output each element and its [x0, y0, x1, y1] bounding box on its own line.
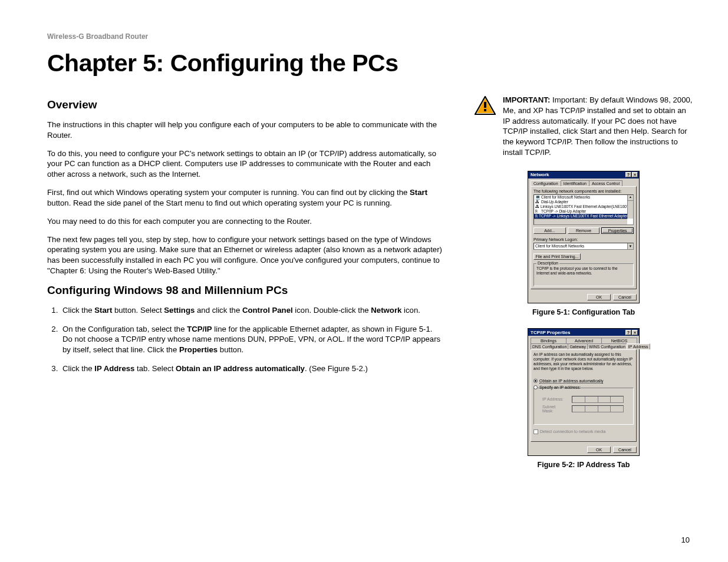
subnet-mask-input	[572, 405, 624, 412]
dialog-titlebar: Network ? ×	[528, 171, 639, 178]
tab-advanced[interactable]: Advanced	[566, 338, 602, 343]
side-column: IMPORTANT: Important: By default Windows…	[475, 95, 693, 481]
components-label: The following network components are ins…	[533, 189, 634, 193]
checkbox-icon	[533, 429, 538, 434]
help-icon[interactable]: ?	[625, 172, 631, 177]
overview-heading: Overview	[47, 98, 442, 111]
step-1: Click the Start button. Select Settings …	[60, 305, 442, 316]
important-lead: IMPORTANT:	[503, 95, 550, 104]
tcpip-dialog: TCP/IP Properties ? × Bindings Advanced …	[528, 328, 640, 455]
warning-icon	[475, 96, 496, 115]
radio-obtain-auto[interactable]: Obtain an IP address automatically	[533, 379, 634, 384]
steps-list: Click the Start button. Select Settings …	[47, 305, 442, 374]
protocol-icon: ⎘	[535, 214, 538, 219]
step-2: On the Configuration tab, select the TCP…	[60, 324, 442, 355]
important-note: IMPORTANT: Important: By default Windows…	[475, 95, 693, 158]
chevron-down-icon[interactable]: ▼	[627, 243, 633, 249]
ok-button[interactable]: OK	[587, 294, 611, 300]
main-column: Overview The instructions in this chapte…	[47, 95, 442, 481]
adapter-icon: 🖧	[535, 204, 539, 209]
network-dialog: Network ? × Configuration Identification…	[528, 171, 640, 304]
detect-connection-checkbox[interactable]: Detect connection to network media	[533, 429, 634, 434]
adapter-icon: 🖧	[535, 200, 540, 204]
close-icon[interactable]: ×	[632, 172, 638, 177]
figure-5-2: TCP/IP Properties ? × Bindings Advanced …	[475, 328, 693, 468]
figure-5-1: Network ? × Configuration Identification…	[475, 171, 693, 317]
chapter-title: Chapter 5: Configuring the PCs	[47, 49, 693, 77]
logon-label: Primary Network Logon:	[533, 237, 634, 242]
tab-gateway[interactable]: Gateway	[568, 343, 588, 349]
description-label: Description	[536, 261, 559, 265]
close-icon[interactable]: ×	[632, 330, 638, 335]
components-listbox[interactable]: 💻Client for Microsoft Networks 🖧Dial-Up …	[533, 194, 634, 225]
tab-ip-address[interactable]: IP Address	[627, 343, 650, 349]
tab-bindings[interactable]: Bindings	[531, 338, 566, 343]
overview-p1: The instructions in this chapter will he…	[47, 120, 442, 141]
overview-p2: To do this, you need to configure your P…	[47, 148, 442, 180]
svg-rect-3	[484, 109, 486, 111]
radio-on-icon	[533, 379, 538, 383]
tab-netbios[interactable]: NetBIOS	[601, 338, 637, 343]
tab-identification[interactable]: Identification	[561, 180, 589, 186]
config-9x-heading: Configuring Windows 98 and Millennium PC…	[47, 284, 442, 297]
figure-5-1-caption: Figure 5-1: Configuration Tab	[475, 308, 693, 316]
remove-button[interactable]: Remove	[568, 227, 600, 234]
important-body: Important: By default Windows 98, 2000, …	[503, 95, 693, 157]
dialog-title: Network	[531, 172, 549, 177]
description-text: TCP/IP is the protocol you use to connec…	[536, 266, 631, 276]
page-number: 10	[681, 535, 690, 544]
ip-address-input	[572, 396, 624, 403]
ok-button[interactable]: OK	[587, 447, 611, 453]
ip-intro-text: An IP address can be automatically assig…	[533, 352, 634, 371]
ip-address-label: IP Address:	[542, 397, 567, 401]
overview-p3: First, find out which Windows operating …	[47, 187, 442, 209]
client-icon: 💻	[535, 195, 540, 200]
tab-wins[interactable]: WINS Configuration	[587, 343, 627, 349]
dialog-title: TCP/IP Properties	[531, 330, 570, 335]
protocol-icon: ⎘	[535, 209, 540, 214]
cancel-button[interactable]: Cancel	[613, 447, 637, 453]
scrollbar-horizontal[interactable]	[534, 219, 627, 224]
tab-access-control[interactable]: Access Control	[589, 180, 622, 186]
figure-5-2-caption: Figure 5-2: IP Address Tab	[475, 461, 693, 469]
scrollbar-vertical[interactable]: ▲	[627, 195, 633, 219]
file-share-button[interactable]: File and Print Sharing...	[533, 253, 581, 260]
tab-dns[interactable]: DNS Configuration	[531, 343, 568, 349]
radio-off-icon	[533, 385, 538, 389]
step-3: Click the IP Address tab. Select Obtain …	[60, 363, 442, 374]
logon-combo[interactable]: Client for Microsoft Networks ▼	[533, 243, 634, 250]
overview-p5: The next few pages tell you, step by ste…	[47, 234, 442, 276]
tab-configuration[interactable]: Configuration	[531, 180, 561, 186]
help-icon[interactable]: ?	[625, 330, 631, 335]
cancel-button[interactable]: Cancel	[613, 294, 637, 300]
properties-button[interactable]: Properties	[601, 227, 634, 234]
add-button[interactable]: Add...	[533, 227, 566, 234]
subnet-mask-label: Subnet Mask:	[542, 405, 567, 413]
svg-rect-2	[484, 102, 486, 108]
overview-p4: You may need to do this for each compute…	[47, 216, 442, 227]
dialog-titlebar: TCP/IP Properties ? ×	[528, 329, 639, 336]
product-header: Wireless-G Broadband Router	[47, 32, 693, 41]
